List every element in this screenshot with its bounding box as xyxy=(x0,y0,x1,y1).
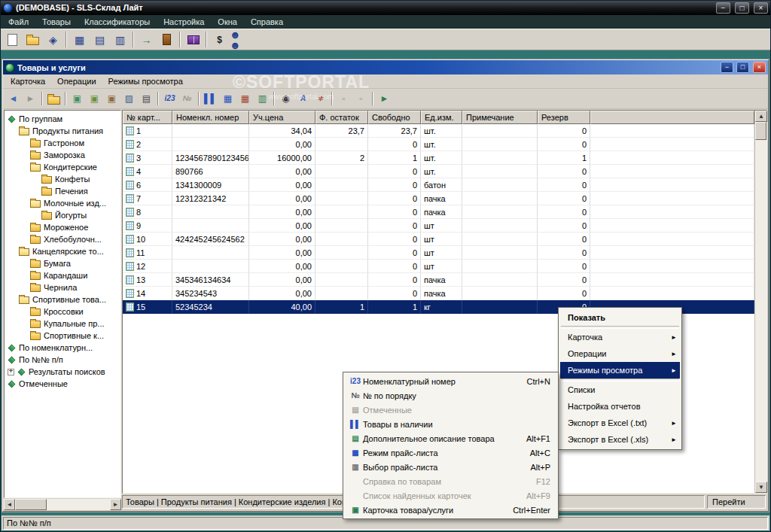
tree-item[interactable]: Хлебобулочн... xyxy=(5,233,120,245)
new-card-button[interactable] xyxy=(2,30,23,49)
table-row[interactable]: 110,000шт0 xyxy=(123,246,754,260)
contacts-button[interactable]: ☻☻ xyxy=(230,30,250,49)
table-row[interactable]: 80,000пачка0 xyxy=(123,205,754,219)
exit-button[interactable] xyxy=(157,30,177,49)
scroll-track[interactable] xyxy=(755,140,766,482)
table-vertical-scrollbar[interactable]: ▲ ▼ xyxy=(754,111,766,493)
child-maximize-button[interactable]: □ xyxy=(736,62,749,73)
child-minimize-button[interactable]: − xyxy=(721,62,733,73)
menu-view-modes[interactable]: Режимы просмотра xyxy=(102,75,189,87)
tree-item[interactable]: Гастроном xyxy=(5,137,120,149)
table-row[interactable]: 20,000шт.0 xyxy=(123,138,754,151)
ctx-operations[interactable]: Операции► xyxy=(560,345,680,362)
copy-card-button[interactable]: ▣ xyxy=(69,90,86,107)
new-card2-button[interactable]: ▣ xyxy=(103,90,120,107)
order-number-button[interactable]: № xyxy=(178,90,196,107)
column-header[interactable]: Уч.цена xyxy=(249,111,315,124)
menu-card[interactable]: Карточка xyxy=(5,75,51,87)
vm-item-card[interactable]: ▣Карточка товара/услугиCtrl+Enter xyxy=(345,503,556,517)
column-header[interactable]: Резерв xyxy=(538,111,590,124)
tree-item[interactable]: +Результаты поисков xyxy=(5,366,120,378)
tree-item[interactable]: Мороженое xyxy=(5,221,120,233)
print-button[interactable]: ▤ xyxy=(138,90,155,107)
goods-table-button[interactable]: ▦ xyxy=(69,30,90,49)
menu-help[interactable]: Справка xyxy=(244,16,290,28)
prev-found-button[interactable]: ▫ xyxy=(335,90,352,107)
clone-card-button[interactable]: ▣ xyxy=(86,90,103,107)
column-header[interactable]: Свободно xyxy=(368,111,421,124)
vm-in-stock[interactable]: ▌▌Товары в наличии xyxy=(345,417,556,431)
column-header[interactable]: Ед.изм. xyxy=(421,111,462,124)
column-header[interactable]: Ф. остаток xyxy=(315,111,368,124)
tree-item[interactable]: Молочные изд... xyxy=(5,197,120,209)
column-header[interactable]: Номенкл. номер xyxy=(172,111,249,124)
ctx-show[interactable]: Показать xyxy=(560,309,680,326)
group-folder-button[interactable] xyxy=(45,90,62,107)
back-button[interactable]: ◄ xyxy=(5,90,22,107)
maximize-button[interactable]: □ xyxy=(735,2,749,14)
scroll-right-icon[interactable]: ► xyxy=(110,499,121,510)
scroll-thumb[interactable] xyxy=(755,122,766,140)
tree-item[interactable]: Отмеченные xyxy=(5,378,120,390)
ctx-report-settings[interactable]: Настройка отчетов xyxy=(560,398,680,415)
about-button[interactable]: ◈ xyxy=(43,30,63,49)
tree-item[interactable]: Кроссовки xyxy=(5,306,120,318)
vm-nomen-number[interactable]: i23Номенклатурный номерCtrl+N xyxy=(345,374,556,388)
menu-file[interactable]: Файл xyxy=(2,16,35,28)
tree-item[interactable]: Спортивные това... xyxy=(5,293,120,306)
go-button[interactable]: ► xyxy=(376,90,393,107)
table-row[interactable]: 133453461346340,000пачка0 xyxy=(123,273,754,287)
tree-item[interactable]: По №№ п/п xyxy=(5,354,120,366)
search-button[interactable]: ◉ xyxy=(277,90,294,107)
table-row[interactable]: 48907660,000шт.0 xyxy=(123,165,754,178)
table-row[interactable]: 7123123213420,000пачка0 xyxy=(123,192,754,205)
scroll-left-icon[interactable]: ◄ xyxy=(4,499,15,510)
tree-item[interactable]: Канцелярские то... xyxy=(5,245,120,257)
tree-item[interactable]: По группам xyxy=(5,113,120,125)
tree-item[interactable]: Печения xyxy=(5,185,120,197)
auto-search-button[interactable]: ∗ xyxy=(312,90,329,107)
ctx-export-txt[interactable]: Экспорт в Excel (.txt)► xyxy=(560,415,680,431)
card-view-button[interactable]: ▥ xyxy=(254,90,271,107)
tree-item[interactable]: Заморозка xyxy=(5,149,120,161)
table-row[interactable]: 120,000шт0 xyxy=(123,260,754,273)
menu-settings[interactable]: Настройка xyxy=(157,16,211,28)
menu-goods[interactable]: Товары xyxy=(35,16,78,28)
tree-item[interactable]: Бумага xyxy=(5,257,120,269)
scroll-down-icon[interactable]: ▼ xyxy=(755,482,767,493)
scroll-track[interactable] xyxy=(47,499,110,510)
vm-extra-description[interactable]: ▤Дополнительное описание товараAlt+F1 xyxy=(345,431,556,445)
reports-button[interactable]: ▥ xyxy=(110,30,130,49)
scroll-up-icon[interactable]: ▲ xyxy=(755,111,767,122)
nomen-number-button[interactable]: i23 xyxy=(161,90,178,107)
table-row[interactable]: 134,0423,723,7шт.0 xyxy=(123,124,754,138)
close-button[interactable]: × xyxy=(754,2,768,14)
currency-button[interactable]: $ xyxy=(209,30,230,49)
vm-price-select[interactable]: ▥Выбор прайс-листаAlt+P xyxy=(345,460,556,474)
find-text-button[interactable]: A xyxy=(294,90,312,107)
table-row[interactable]: 312345678901234567816000,0021шт.1 xyxy=(123,151,754,165)
column-header[interactable]: Примечание xyxy=(462,111,538,124)
table-row[interactable]: 143452345430,000пачка0 xyxy=(123,287,754,300)
documents-button[interactable]: ▤ xyxy=(90,30,110,49)
menu-classifiers[interactable]: Классификаторы xyxy=(78,16,157,28)
child-close-button[interactable]: × xyxy=(753,62,766,73)
tree-item[interactable]: Йогурты xyxy=(5,209,120,221)
price-select-button[interactable]: ▦ xyxy=(236,90,254,107)
column-header[interactable] xyxy=(590,111,754,124)
ctx-card[interactable]: Карточка► xyxy=(560,329,680,345)
tree-horizontal-scrollbar[interactable]: ◄ ► xyxy=(4,499,121,510)
export-button[interactable]: → xyxy=(136,30,157,49)
expand-icon[interactable]: + xyxy=(8,369,14,375)
tree-item[interactable]: Спортивные к... xyxy=(5,330,120,342)
menu-windows[interactable]: Окна xyxy=(211,16,244,28)
vm-price-mode[interactable]: ▦Режим прайс-листаAlt+C xyxy=(345,445,556,460)
table-row[interactable]: 104242452456245620,000шт0 xyxy=(123,233,754,246)
vm-marked[interactable]: ▤Отмеченные xyxy=(345,403,556,417)
tree-item[interactable]: Чернила xyxy=(5,281,120,293)
help-button[interactable] xyxy=(183,30,203,49)
next-found-button[interactable]: ▫ xyxy=(352,90,370,107)
tree-item[interactable]: Купальные пр... xyxy=(5,318,120,330)
forward-button[interactable]: ► xyxy=(22,90,39,107)
tree-item[interactable]: Продукты питания xyxy=(5,125,120,137)
